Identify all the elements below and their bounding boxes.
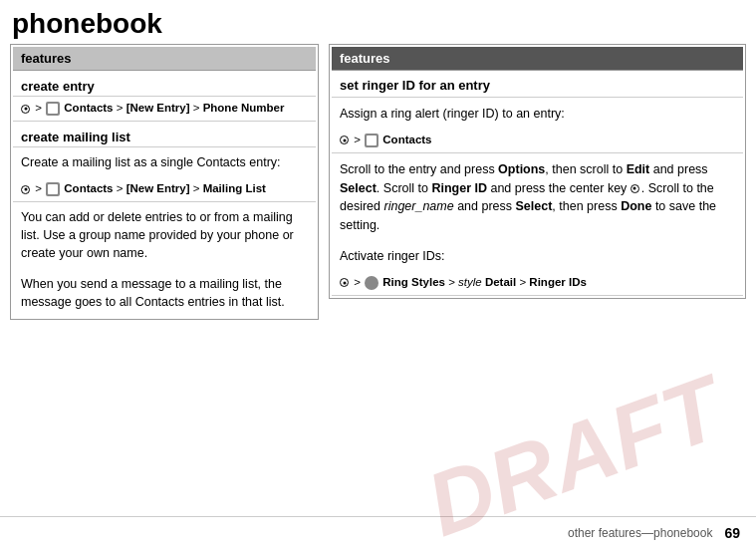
- right-feature-table: features set ringer ID for an entry Assi…: [329, 44, 746, 299]
- create-mailing-list-nav: > Contacts > [New Entry] > Mailing List: [13, 179, 316, 202]
- bullet-icon-2: [21, 185, 30, 194]
- create-entry-nav: > Contacts > [New Entry] > Phone Number: [13, 99, 316, 122]
- left-feature-table: features create entry > Contacts > [New …: [10, 44, 319, 320]
- ringer-id-body2: Scroll to the entry and press Options, t…: [332, 155, 743, 240]
- ringer-id-body1: Assign a ring alert (ringer ID) to an en…: [332, 100, 743, 129]
- page-number: 69: [724, 525, 740, 541]
- right-table-header: features: [332, 47, 743, 71]
- main-columns: features create entry > Contacts > [New …: [0, 44, 756, 502]
- bullet-icon-3: [340, 136, 349, 144]
- bullet-icon-1: [21, 105, 30, 114]
- left-table-header: features: [13, 47, 316, 71]
- set-ringer-id-title: set ringer ID for an entry: [332, 73, 743, 98]
- create-mailing-list-title: create mailing list: [13, 124, 316, 147]
- contacts-icon-2: [46, 182, 60, 196]
- create-mailing-list-body2: You can add or delete entries to or from…: [13, 204, 316, 268]
- page-title: phonebook: [0, 0, 756, 44]
- contacts-icon-3: [365, 134, 378, 147]
- left-column: features create entry > Contacts > [New …: [10, 44, 319, 502]
- bullet-icon-4: [340, 278, 349, 287]
- create-entry-title: create entry: [13, 73, 316, 97]
- contacts-icon-1: [46, 102, 60, 116]
- ringer-id-body3: Activate ringer IDs:: [332, 242, 743, 271]
- center-key-icon: [630, 184, 639, 193]
- right-column: features set ringer ID for an entry Assi…: [329, 44, 746, 502]
- create-mailing-list-body1: Create a mailing list as a single Contac…: [13, 149, 316, 177]
- ringstyles-icon: [365, 276, 378, 290]
- create-mailing-list-body3: When you send a message to a mailing lis…: [13, 271, 316, 317]
- footer: other features—phonebook 69: [0, 516, 756, 548]
- footer-text: other features—phonebook: [568, 526, 712, 540]
- ringer-id-nav1: > Contacts: [332, 131, 743, 153]
- ringer-id-nav2: > Ring Styles > style Detail > Ringer ID…: [332, 273, 743, 296]
